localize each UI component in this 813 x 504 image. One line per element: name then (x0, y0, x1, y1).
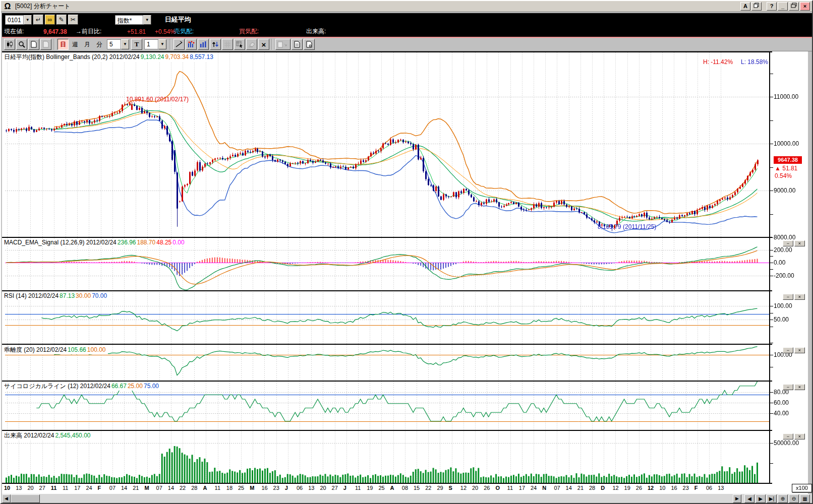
select-grid-icon (236, 41, 243, 48)
scroll-left-button[interactable]: ◀ (2, 494, 11, 503)
macd-panel-header: MACD_EMA_Signal (12,26,9) 2012/02/24236.… (4, 239, 187, 246)
minimize-button[interactable]: _ (778, 2, 788, 11)
copy-window-button[interactable] (751, 2, 762, 11)
x-axis-label: 14 (121, 485, 127, 491)
indicator-value: 30.00 (76, 292, 91, 299)
panel-minimize-button[interactable]: − (783, 384, 793, 390)
page-icon (43, 41, 49, 48)
x-axis-label: 22 (425, 485, 431, 491)
chevron-down-icon[interactable]: ▼ (24, 15, 32, 25)
chevron-down-icon[interactable]: ▼ (158, 39, 166, 49)
horizontal-scrollbar[interactable]: ◀ ▶ ◀ ▶ ▶| ⊕ ⊖ ▦ (2, 494, 812, 503)
clear-draw-button[interactable]: ✂ (68, 15, 78, 25)
step-back-button[interactable]: ◀ (744, 494, 754, 503)
grid-icon (224, 41, 231, 48)
layout-button[interactable]: ▦ (800, 494, 810, 503)
layout-select-button[interactable] (234, 39, 245, 50)
panel-close-button[interactable]: × (794, 384, 805, 390)
memo-button[interactable]: ✎ (56, 15, 67, 25)
export-page-button[interactable] (304, 39, 315, 50)
panel-title: RSI (14) 2012/02/24 (4, 292, 59, 299)
x-axis-label: 21 (133, 485, 139, 491)
interval-combo[interactable]: 5 ▼ (107, 39, 129, 49)
eraser-button[interactable] (246, 39, 257, 50)
step-forward-button[interactable]: ▶ (756, 494, 766, 503)
y-axis-tick-label: 100.00 (774, 302, 809, 309)
zoom-in-button[interactable]: ⊕ (778, 494, 788, 503)
count-value[interactable]: 1 (144, 39, 158, 49)
period-day-button[interactable]: 日 (57, 39, 69, 50)
chevron-down-icon[interactable]: ▼ (121, 39, 129, 49)
symbol-code-combo[interactable]: 0101 ▼ (5, 15, 32, 25)
chart-canvas[interactable] (2, 51, 808, 494)
peak-annotation: 10,891.60 (2011/02/17) (126, 96, 189, 103)
x-axis-label: F (98, 485, 101, 491)
step-end-button[interactable]: ▶| (767, 494, 777, 503)
trendline-tool-button[interactable] (173, 39, 185, 50)
a-button[interactable]: A (740, 2, 750, 11)
restore-button[interactable] (789, 2, 799, 11)
x-axis-label: 07 (156, 485, 162, 491)
panel-minimize-button[interactable]: − (783, 433, 793, 439)
panel-close-button[interactable]: × (794, 240, 805, 246)
x-axis-label: 13 (16, 485, 22, 491)
panel-title: 日経平均(指数) Bollinger_Bands (20,2) 2012/02/… (4, 53, 140, 60)
print-button[interactable] (275, 39, 291, 50)
grid-tool-button[interactable] (222, 39, 233, 50)
category-value[interactable]: 指数* (115, 15, 143, 25)
panel-minimize-button[interactable]: − (783, 347, 793, 353)
panel-title: サイコロジカルライン (12) 2012/02/24 (4, 383, 110, 390)
titlebar[interactable]: Ω [5002] 分析チャート A ? _ × (1, 1, 812, 12)
period-week-button[interactable]: 週 (70, 39, 81, 50)
indicator-value: 188.70 (137, 239, 156, 246)
panel-close-button[interactable]: × (794, 433, 805, 439)
zoom-tool-button[interactable] (16, 39, 27, 50)
count-combo[interactable]: 1 ▼ (144, 39, 166, 49)
page-button[interactable] (40, 39, 51, 50)
category-combo[interactable]: 指数* ▼ (115, 15, 151, 25)
enter-button[interactable]: ↵ (33, 15, 43, 25)
panel-minimize-button[interactable]: − (783, 294, 793, 300)
bar-chart-button[interactable] (198, 39, 209, 50)
x-axis-label: 12 (460, 485, 467, 491)
indicator-value: 87.13 (60, 292, 75, 299)
ask-label: 売気配: (174, 27, 194, 36)
panel-close-button[interactable]: × (794, 294, 805, 300)
x-axis-label: 25 (378, 485, 384, 491)
x-axis-label: 16 (671, 485, 677, 491)
x-axis-label: N (542, 485, 546, 491)
text-tool-button[interactable]: T (131, 39, 142, 50)
x-axis-label: 24 (86, 485, 92, 491)
close-button[interactable]: × (800, 2, 810, 11)
help-button[interactable]: ? (767, 2, 777, 11)
scroll-right-button[interactable]: ▶ (733, 494, 741, 503)
rsi-panel-controls: − × (783, 294, 805, 300)
copy-page-button[interactable] (292, 39, 303, 50)
main-panel-header: 日経平均(指数) Bollinger_Bands (20,2) 2012/02/… (4, 53, 216, 61)
period-month-button[interactable]: 月 (82, 39, 93, 50)
scrollbar-thumb[interactable] (11, 494, 40, 503)
interval-value[interactable]: 5 (107, 39, 121, 49)
period-minute-button[interactable]: 分 (94, 39, 105, 50)
compare-chart-button[interactable] (186, 39, 197, 50)
search-button[interactable]: ∞ (45, 15, 55, 25)
sort-tool-button[interactable] (210, 39, 221, 50)
panel-minimize-button[interactable]: − (783, 240, 793, 246)
change-value: +51.81 (127, 28, 146, 35)
candlestick-icon (6, 41, 13, 48)
x-axis-label: 28 (589, 485, 595, 491)
enter-icon: ↵ (36, 16, 41, 23)
symbol-bar: 0101 ▼ ↵ ∞ ✎ ✂ 指数* ▼ 日経平均 (2, 13, 812, 26)
panel-close-button[interactable]: × (794, 347, 805, 353)
export-page-icon (306, 41, 312, 48)
x-axis-label: 20 (27, 485, 33, 491)
chevron-down-icon[interactable]: ▼ (143, 15, 151, 25)
zoom-out-button[interactable]: ⊖ (789, 494, 799, 503)
x-axis-label: 18 (226, 485, 233, 491)
candlestick-tool-button[interactable] (4, 39, 15, 50)
new-page-button[interactable] (28, 39, 39, 50)
scrollbar-track[interactable] (40, 494, 733, 503)
delete-all-button[interactable]: × (258, 39, 269, 50)
x-axis-label: 10 (659, 485, 665, 491)
symbol-code-value[interactable]: 0101 (5, 15, 24, 25)
